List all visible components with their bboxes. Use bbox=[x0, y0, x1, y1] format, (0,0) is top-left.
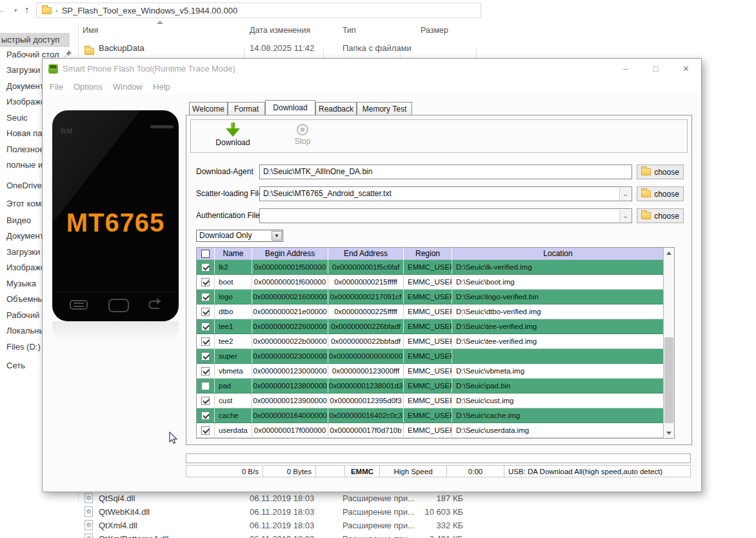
table-row-boot[interactable]: boot0x000000001f6000000x00000000215fffff… bbox=[197, 275, 674, 290]
column-header-date[interactable]: Дата изменения bbox=[250, 26, 310, 35]
tab-download[interactable]: Download bbox=[265, 100, 315, 115]
tab-welcome[interactable]: Welcome bbox=[189, 102, 228, 115]
row-checkbox[interactable] bbox=[201, 263, 210, 272]
folder-icon bbox=[641, 168, 651, 175]
file-row[interactable]: ⚙QtXmlPatterns4.dll06.11.2019 18:03Расши… bbox=[0, 532, 756, 538]
file-name: QtXmlPatterns4.dll bbox=[99, 532, 168, 538]
menu-window[interactable]: Window bbox=[108, 82, 148, 92]
history-chevron-icon[interactable]: ▾ bbox=[14, 7, 17, 14]
authentication-file-choose-button[interactable]: choose bbox=[637, 208, 684, 223]
row-checkbox[interactable] bbox=[201, 308, 210, 316]
cell-region: EMMC_USER bbox=[404, 260, 452, 274]
menu-help[interactable]: Help bbox=[148, 82, 175, 92]
cell-name: dtbo bbox=[215, 304, 252, 319]
cell-location: D:\Seuic\tee-verified.img bbox=[452, 319, 664, 334]
table-header-region[interactable]: Region bbox=[404, 248, 452, 260]
scatter-loading-file-choose-button[interactable]: choose bbox=[637, 186, 684, 201]
app-icon bbox=[48, 64, 58, 74]
dll-file-icon: ⚙ bbox=[85, 520, 93, 530]
table-row-pad[interactable]: pad0x00000001238000000x00000001238001d3E… bbox=[197, 379, 674, 394]
cell-begin-address: 0x0000000123900000 bbox=[252, 394, 328, 408]
phone-chip-label: MT6765 bbox=[52, 208, 179, 237]
scroll-up-icon[interactable] bbox=[664, 248, 674, 258]
download-agent-field[interactable]: D:\Seuic\MTK_AllInOne_DA.bin bbox=[259, 164, 632, 179]
table-row-super[interactable]: super0x00000000230000000x000000000000000… bbox=[197, 349, 674, 364]
row-checkbox[interactable] bbox=[201, 278, 210, 286]
table-row-logo[interactable]: logo0x00000000216000000x00000000217091cf… bbox=[197, 290, 674, 304]
cell-region: EMMC_USER bbox=[404, 290, 452, 304]
table-row-userdata[interactable]: userdata0x000000017f0000000x000000017f0d… bbox=[197, 423, 674, 438]
row-checkbox-cell bbox=[197, 304, 215, 319]
table-row-tee1[interactable]: tee10x00000000226000000x00000000226bfadf… bbox=[197, 319, 674, 334]
cell-end-address: 0x000000012395d0f3 bbox=[328, 394, 404, 408]
vertical-scrollbar[interactable] bbox=[663, 248, 674, 438]
file-date: 06.11.2019 18:03 bbox=[250, 532, 314, 538]
chevron-down-icon[interactable]: ⌄ bbox=[619, 210, 631, 222]
chevron-down-icon[interactable]: ⌄ bbox=[619, 188, 631, 200]
table-row-tee2[interactable]: tee20x0000000022b000000x0000000022bbfadf… bbox=[197, 334, 674, 349]
file-name: BackupData bbox=[99, 41, 144, 55]
title-bar[interactable]: Smart Phone Flash Tool(Runtime Trace Mod… bbox=[43, 59, 701, 78]
tab-memory-test[interactable]: Memory Test bbox=[357, 102, 412, 115]
column-header-name[interactable]: Имя bbox=[83, 26, 98, 35]
table-header-name[interactable]: Name bbox=[215, 248, 252, 260]
download-agent-choose-button[interactable]: choose bbox=[637, 164, 684, 179]
table-row-cache[interactable]: cache0x00000001640000000x000000016402c0c… bbox=[197, 408, 674, 423]
row-checkbox-cell bbox=[197, 319, 215, 334]
close-button[interactable]: ✕ bbox=[671, 59, 701, 78]
menu-file[interactable]: File bbox=[45, 82, 68, 92]
file-row[interactable]: ⚙QtXml4.dll06.11.2019 18:03Расширение пр… bbox=[0, 519, 756, 532]
cell-name: tee1 bbox=[215, 319, 252, 334]
sort-ascending-icon[interactable] bbox=[157, 21, 163, 24]
table-header-end-address[interactable]: End Address bbox=[328, 248, 404, 260]
stop-button[interactable]: Stop bbox=[280, 123, 325, 146]
chevron-down-icon[interactable]: ▼ bbox=[272, 231, 282, 241]
status-storage: EMMC bbox=[345, 465, 380, 477]
tab-format[interactable]: Format bbox=[228, 102, 265, 115]
table-header-location[interactable]: Location bbox=[452, 248, 664, 260]
scroll-down-icon[interactable] bbox=[664, 428, 674, 438]
minimize-button[interactable]: – bbox=[610, 59, 641, 78]
row-checkbox[interactable] bbox=[201, 367, 210, 375]
menu-options[interactable]: Options bbox=[68, 82, 108, 92]
table-row-cust[interactable]: cust0x00000001239000000x000000012395d0f3… bbox=[197, 394, 674, 408]
table-row-lk2[interactable]: lk20x000000001f5000000x000000001f5c6fafE… bbox=[197, 260, 674, 275]
row-checkbox[interactable] bbox=[201, 337, 210, 346]
address-bar[interactable]: › SP_Flash_Tool_exe_Windows_v5.1944.00.0… bbox=[36, 3, 481, 18]
stop-icon bbox=[297, 124, 308, 135]
phone-nav-icons bbox=[52, 296, 179, 315]
sidebar-item-quick-access[interactable]: ыстрый доступ bbox=[0, 33, 70, 47]
back-icon[interactable]: ← bbox=[0, 4, 7, 15]
breadcrumb[interactable]: SP_Flash_Tool_exe_Windows_v5.1944.00.000 bbox=[62, 6, 237, 15]
scatter-loading-file-field[interactable]: D:\Seuic\MT6765_Android_scatter.txt⌄ bbox=[259, 186, 632, 201]
table-row-vbmeta[interactable]: vbmeta0x00000001230000000x0000000123000f… bbox=[197, 364, 674, 379]
authentication-file-field[interactable]: ⌄ bbox=[259, 208, 632, 223]
breadcrumb-separator: › bbox=[55, 6, 58, 14]
table-header-begin-address[interactable]: Begin Address bbox=[252, 248, 328, 260]
download-mode-dropdown[interactable]: Download Only ▼ bbox=[196, 230, 283, 242]
column-header-size[interactable]: Размер bbox=[421, 26, 448, 35]
row-checkbox-cell bbox=[197, 364, 215, 378]
file-date: 06.11.2019 18:03 bbox=[250, 492, 314, 505]
stop-button-label: Stop bbox=[280, 137, 325, 146]
tab-readback[interactable]: Readback bbox=[315, 102, 357, 115]
row-checkbox[interactable] bbox=[201, 426, 210, 435]
file-row[interactable]: ⚙QtWebKit4.dll06.11.2019 18:03Расширение… bbox=[0, 505, 756, 519]
download-button[interactable]: Download bbox=[210, 123, 255, 147]
up-icon[interactable]: ↑ bbox=[25, 4, 30, 15]
row-checkbox[interactable] bbox=[201, 382, 210, 390]
row-checkbox[interactable] bbox=[201, 352, 210, 361]
file-row-backupdata[interactable]: BackupData 14.08.2025 11:42 Папка с файл… bbox=[0, 41, 756, 55]
select-all-checkbox[interactable] bbox=[201, 250, 210, 258]
maximize-button[interactable]: □ bbox=[641, 59, 671, 78]
row-checkbox[interactable] bbox=[201, 323, 210, 331]
scrollbar-thumb[interactable] bbox=[664, 337, 673, 423]
row-checkbox[interactable] bbox=[201, 397, 210, 405]
row-checkbox[interactable] bbox=[201, 293, 210, 301]
row-checkbox-cell bbox=[197, 290, 215, 304]
file-row[interactable]: ⚙QtSql4.dll06.11.2019 18:03Расширение пр… bbox=[0, 492, 756, 505]
table-row-dtbo[interactable]: dtbo0x0000000021e000000x00000000225fffff… bbox=[197, 304, 674, 319]
column-header-type[interactable]: Тип bbox=[343, 26, 356, 35]
row-checkbox[interactable] bbox=[201, 412, 210, 420]
cell-location: D:\Seuic\userdata.img bbox=[452, 423, 664, 437]
